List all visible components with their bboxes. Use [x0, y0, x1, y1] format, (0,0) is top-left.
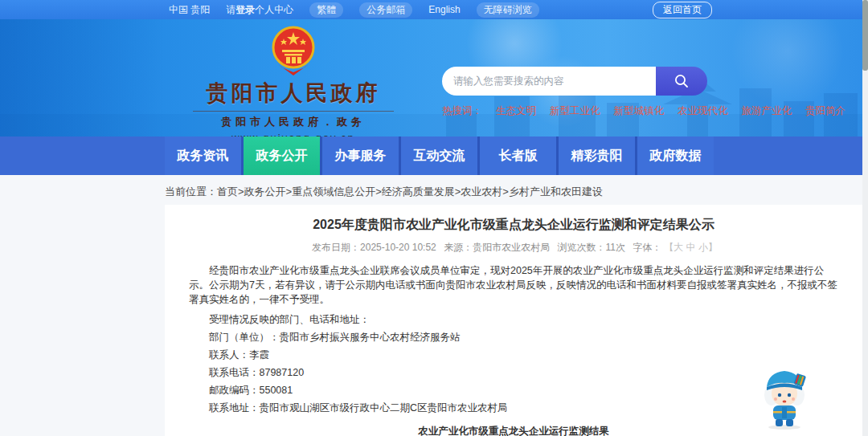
header-banner: 贵阳市人民政府 贵阳市人民政府．政务 www.guiyang.gov.cn 热搜…	[0, 19, 868, 137]
national-emblem-icon	[271, 26, 316, 77]
site-title: 贵阳市人民政府	[185, 79, 402, 108]
topbar-link-english[interactable]: English	[428, 4, 460, 15]
hot-word-agriculture[interactable]: 农业现代化	[678, 104, 728, 118]
hot-word-urbanization[interactable]: 新型城镇化	[614, 104, 665, 118]
article-source: 来源：贵阳市农业农村局	[444, 242, 550, 253]
article-title: 2025年度贵阳市农业产业化市级重点龙头企业运行监测和评定结果公示	[189, 217, 838, 234]
site-logo-block[interactable]: 贵阳市人民政府 贵阳市人民政府．政务 www.guiyang.gov.cn	[185, 26, 402, 137]
hot-word-tourism[interactable]: 旅游产业化	[742, 104, 792, 118]
breadcrumb: 当前位置：首页>政务公开>重点领域信息公开>经济高质量发展>农业农村>乡村产业和…	[165, 185, 868, 199]
topbar-link-official-mail[interactable]: 公务邮箱	[359, 2, 412, 18]
back-home-button[interactable]: 返回首页	[653, 2, 712, 18]
contact-person: 联系人：李霞	[189, 347, 838, 365]
scrollbar-thumb[interactable]	[862, 0, 868, 71]
font-size-label: 字体：	[633, 242, 661, 253]
content-area: 当前位置：首页>政务公开>重点领域信息公开>经济高质量发展>农业农村>乡村产业和…	[0, 175, 868, 436]
topbar-link-accessibility[interactable]: 无障碍浏览	[477, 2, 539, 18]
topbar-link-traditional[interactable]: 繁體	[309, 2, 343, 18]
table-title: 农业产业化市级重点龙头企业运行监测结果	[189, 425, 838, 436]
site-subtitle: 贵阳市人民政府．政务	[193, 111, 394, 129]
search-area: 热搜词： 生态文明 新型工业化 新型城镇化 农业现代化 旅游产业化 贵阳简介	[442, 67, 707, 118]
article-paragraph: 受理情况反映的部门、电话和地址：	[189, 312, 838, 329]
topbar-link-china-guiyang[interactable]: 中国 贵阳	[169, 3, 210, 17]
article-paragraph: 经贵阳市农业产业化市级重点龙头企业联席会议成员单位审定，现对2025年开展的农业…	[189, 264, 838, 307]
article-body: 经贵阳市农业产业化市级重点龙头企业联席会议成员单位审定，现对2025年开展的农业…	[189, 264, 838, 418]
topbar-login-link[interactable]: 请登录个人中心	[226, 3, 293, 17]
mascot-widget[interactable]	[757, 363, 812, 430]
contact-phone: 联系电话：87987120	[189, 365, 838, 382]
page-scrollbar[interactable]	[862, 0, 868, 436]
nav-left-spacer	[0, 137, 165, 175]
hot-word-guiyang-intro[interactable]: 贵阳简介	[805, 104, 845, 118]
top-utility-bar: 中国 贵阳 请登录个人中心 繁體 公务邮箱 English 无障碍浏览 返回首页	[0, 0, 868, 19]
topbar-links: 中国 贵阳 请登录个人中心 繁體 公务邮箱 English 无障碍浏览 返回首页	[169, 2, 712, 18]
nav-item-gov-data[interactable]: 政府数据	[637, 137, 714, 175]
contact-dept: 部门（单位）：贵阳市乡村振兴服务中心农村经济服务站	[189, 329, 838, 347]
breadcrumb-path[interactable]: 首页>政务公开>重点领域信息公开>经济高质量发展>农业农村>乡村产业和农田建设	[217, 185, 603, 198]
nav-item-senior[interactable]: 长者版	[480, 137, 556, 175]
search-input[interactable]	[442, 67, 656, 96]
nav-item-gov-open[interactable]: 政务公开	[244, 137, 320, 175]
nav-item-services[interactable]: 办事服务	[322, 137, 399, 175]
contact-postcode: 邮政编码：550081	[189, 382, 838, 400]
publish-date: 发布日期：2025-10-20 10:52	[312, 242, 436, 253]
hot-search-label: 热搜词：	[442, 104, 482, 118]
contact-address: 联系地址：贵阳市观山湖区市级行政中心二期C区贵阳市农业农村局	[189, 400, 838, 418]
nav-item-news[interactable]: 政务资讯	[165, 137, 241, 175]
view-count: 浏览次数：11次	[557, 242, 624, 253]
nav-item-wonderful-guiyang[interactable]: 精彩贵阳	[559, 137, 635, 175]
login-bold: 登录	[235, 4, 255, 15]
login-prefix: 请	[226, 4, 235, 15]
main-nav: 政务资讯 政务公开 办事服务 互动交流 长者版 精彩贵阳 政府数据	[0, 137, 868, 175]
city-skyline-silhouette	[0, 64, 868, 137]
search-icon	[674, 73, 690, 89]
hot-search-row: 热搜词： 生态文明 新型工业化 新型城镇化 农业现代化 旅游产业化 贵阳简介	[442, 104, 707, 118]
login-suffix: 个人中心	[255, 4, 293, 15]
hot-word-industry[interactable]: 新型工业化	[550, 104, 600, 118]
search-bar	[442, 67, 707, 96]
nav-item-interaction[interactable]: 互动交流	[401, 137, 477, 175]
page: 中国 贵阳 请登录个人中心 繁體 公务邮箱 English 无障碍浏览 返回首页	[0, 0, 868, 436]
search-button[interactable]	[656, 67, 707, 96]
hot-word-ecology[interactable]: 生态文明	[496, 104, 536, 118]
font-size-switcher[interactable]: 【大 中 小】	[664, 242, 718, 253]
article-meta: 发布日期：2025-10-20 10:52 来源：贵阳市农业农村局 浏览次数：1…	[189, 241, 838, 255]
breadcrumb-label: 当前位置：	[165, 185, 217, 198]
